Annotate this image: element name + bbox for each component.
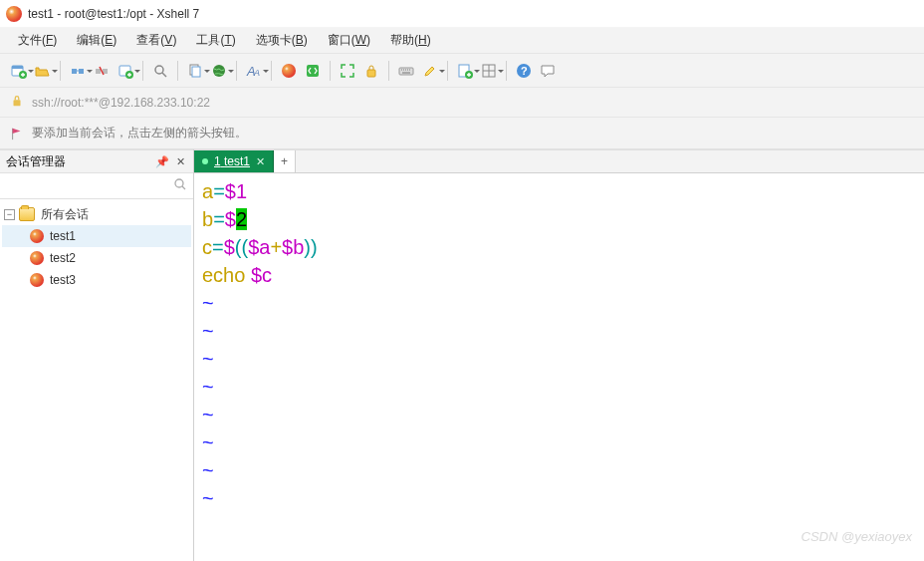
terminal[interactable]: a=$1b=$2c=$(($a+$b))echo $c~~~~~~~~ CSDN… bbox=[194, 173, 924, 561]
menu-edit[interactable]: 编辑(E) bbox=[69, 29, 124, 52]
terminal-line: a=$1 bbox=[202, 177, 916, 205]
disconnect-button[interactable] bbox=[91, 60, 113, 82]
session-label: test2 bbox=[50, 251, 76, 265]
session-manager-sidebar: 会话管理器 📌 ✕ − 所有会话 test1test2test3 bbox=[0, 149, 194, 561]
watermark: CSDN @yexiaoyex bbox=[802, 523, 912, 551]
hint-bar: 要添加当前会话，点击左侧的箭头按钮。 bbox=[0, 118, 924, 149]
svg-rect-17 bbox=[399, 68, 413, 75]
connect-button[interactable] bbox=[67, 60, 89, 82]
lock-button[interactable] bbox=[360, 60, 382, 82]
terminal-line: ~ bbox=[202, 456, 916, 484]
toolbar-separator bbox=[60, 61, 61, 81]
script-button[interactable] bbox=[454, 60, 476, 82]
terminal-line: ~ bbox=[202, 401, 916, 428]
menu-window[interactable]: 窗口(W) bbox=[320, 29, 378, 52]
toolbar-separator bbox=[236, 61, 237, 81]
tab-test1[interactable]: 1 test1 ✕ bbox=[194, 150, 274, 172]
svg-text:A: A bbox=[253, 68, 260, 78]
tab-close-icon[interactable]: ✕ bbox=[256, 155, 265, 168]
svg-rect-16 bbox=[367, 70, 375, 77]
globe-button[interactable] bbox=[208, 60, 230, 82]
svg-rect-3 bbox=[72, 69, 77, 74]
session-icon bbox=[30, 251, 44, 265]
xftp-button[interactable] bbox=[302, 60, 324, 82]
new-session-button[interactable] bbox=[8, 60, 30, 82]
session-label: test1 bbox=[50, 229, 76, 243]
toolbar-separator bbox=[271, 61, 272, 81]
svg-rect-1 bbox=[12, 66, 23, 69]
tab-status-icon bbox=[202, 158, 208, 164]
tab-bar: 1 test1 ✕ + bbox=[194, 149, 924, 173]
collapse-icon[interactable]: − bbox=[4, 209, 15, 220]
terminal-line: ~ bbox=[202, 345, 916, 373]
fullscreen-button[interactable] bbox=[337, 60, 358, 82]
address-bar: ssh://root:***@192.168.233.10:22 bbox=[0, 88, 924, 118]
pin-icon[interactable]: 📌 bbox=[155, 154, 169, 168]
session-item-test2[interactable]: test2 bbox=[2, 247, 191, 269]
session-item-test1[interactable]: test1 bbox=[2, 225, 191, 247]
copy-button[interactable] bbox=[184, 60, 206, 82]
menu-tabs[interactable]: 选项卡(B) bbox=[248, 29, 316, 52]
flag-icon bbox=[10, 127, 24, 140]
app-logo-icon bbox=[6, 6, 22, 22]
feedback-button[interactable] bbox=[537, 60, 559, 82]
highlight-button[interactable] bbox=[419, 60, 441, 82]
terminal-line: c=$(($a+$b)) bbox=[202, 233, 916, 261]
keyboard-button[interactable] bbox=[395, 60, 417, 82]
session-icon bbox=[30, 229, 44, 243]
content-area: 1 test1 ✕ + a=$1b=$2c=$(($a+$b))echo $c~… bbox=[194, 149, 924, 561]
svg-rect-23 bbox=[14, 100, 21, 106]
toolbar-separator bbox=[330, 61, 331, 81]
svg-rect-4 bbox=[79, 69, 84, 74]
terminal-line: ~ bbox=[202, 373, 916, 401]
search-button[interactable] bbox=[149, 60, 171, 82]
svg-rect-5 bbox=[96, 69, 101, 74]
open-session-button[interactable] bbox=[32, 60, 54, 82]
address-url[interactable]: ssh://root:***@192.168.233.10:22 bbox=[32, 96, 210, 110]
folder-icon bbox=[19, 207, 35, 221]
terminal-line: ~ bbox=[202, 289, 916, 317]
sidebar-title: 会话管理器 bbox=[6, 153, 66, 170]
reconnect-button[interactable] bbox=[115, 60, 136, 82]
xshell-button[interactable] bbox=[278, 60, 300, 82]
session-label: test3 bbox=[50, 273, 76, 287]
session-item-test3[interactable]: test3 bbox=[2, 269, 191, 291]
svg-rect-11 bbox=[192, 67, 200, 77]
titlebar: test1 - root@test1:/opt - Xshell 7 bbox=[0, 0, 924, 28]
font-button[interactable]: AA bbox=[243, 60, 265, 82]
close-icon[interactable]: ✕ bbox=[173, 154, 187, 168]
menu-file[interactable]: 文件(F) bbox=[10, 29, 65, 52]
svg-point-9 bbox=[155, 66, 163, 74]
lock-icon bbox=[10, 94, 24, 111]
svg-point-24 bbox=[175, 179, 183, 187]
tree-root[interactable]: − 所有会话 bbox=[2, 203, 191, 225]
menu-help[interactable]: 帮助(H) bbox=[382, 29, 439, 52]
toolbar: AA ? bbox=[0, 54, 924, 88]
sidebar-search-input[interactable] bbox=[4, 177, 189, 195]
terminal-line: ~ bbox=[202, 484, 916, 512]
hint-text: 要添加当前会话，点击左侧的箭头按钮。 bbox=[32, 125, 247, 141]
main-area: 会话管理器 📌 ✕ − 所有会话 test1test2test3 1 test1… bbox=[0, 149, 924, 561]
toolbar-separator bbox=[177, 61, 178, 81]
menu-tools[interactable]: 工具(T) bbox=[188, 29, 243, 52]
search-icon[interactable] bbox=[173, 177, 187, 194]
menu-view[interactable]: 查看(V) bbox=[128, 29, 184, 52]
terminal-line: echo $c bbox=[202, 261, 916, 289]
sidebar-search bbox=[0, 173, 193, 199]
toolbar-separator bbox=[388, 61, 389, 81]
session-tree: − 所有会话 test1test2test3 bbox=[0, 199, 193, 295]
toolbar-separator bbox=[506, 61, 507, 81]
menubar: 文件(F) 编辑(E) 查看(V) 工具(T) 选项卡(B) 窗口(W) 帮助(… bbox=[0, 28, 924, 54]
layout-button[interactable] bbox=[478, 60, 500, 82]
terminal-line: b=$2 bbox=[202, 205, 916, 233]
session-icon bbox=[30, 273, 44, 287]
tab-add-button[interactable]: + bbox=[274, 150, 296, 172]
toolbar-separator bbox=[447, 61, 448, 81]
terminal-line: ~ bbox=[202, 317, 916, 345]
help-button[interactable]: ? bbox=[513, 60, 535, 82]
tree-root-label: 所有会话 bbox=[41, 206, 89, 223]
svg-text:?: ? bbox=[521, 65, 528, 77]
terminal-line: ~ bbox=[202, 428, 916, 456]
sidebar-header: 会话管理器 📌 ✕ bbox=[0, 149, 193, 173]
window-title: test1 - root@test1:/opt - Xshell 7 bbox=[28, 7, 199, 21]
